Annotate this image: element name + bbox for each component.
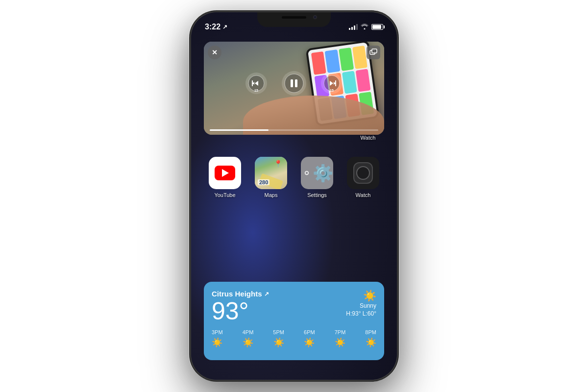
settings-icon[interactable]: ⚙️ <box>301 157 333 189</box>
hour-7pm-time: 7PM <box>335 329 346 335</box>
pip-container[interactable]: 15 <box>204 42 384 135</box>
time-display: 3:22 <box>205 23 220 31</box>
weather-left: Citrus Heights ↗ 93° <box>212 290 269 323</box>
youtube-app[interactable]: YouTube <box>204 157 246 198</box>
maps-icon[interactable]: 📍 280 <box>255 157 287 189</box>
weather-right: ☀️ Sunny H:93° L:60° <box>346 290 376 318</box>
hour-7pm-icon: ☀️ <box>335 337 345 348</box>
hour-4pm-icon: ☀️ <box>243 337 253 348</box>
rewind-button[interactable]: 15 <box>245 73 267 94</box>
maps-inner: 📍 280 <box>255 157 287 189</box>
youtube-label: YouTube <box>214 192 235 198</box>
location-arrow-icon: ↗ <box>264 291 269 297</box>
pip-progress-fill <box>210 129 269 131</box>
maps-pin-icon: 📍 <box>274 160 282 168</box>
youtube-icon[interactable] <box>209 157 241 189</box>
maps-road-label: 280 <box>258 179 270 185</box>
hour-5pm-time: 5PM <box>273 329 284 335</box>
location-arrow-icon: ↗ <box>222 24 227 30</box>
temp-range: H:93° L:60° <box>346 310 376 318</box>
settings-gear-emoji: ⚙️ <box>313 163 333 183</box>
forward-label: 15 <box>330 89 334 92</box>
pip-video: 15 <box>204 42 384 135</box>
watch-icon[interactable] <box>347 157 379 189</box>
front-camera <box>313 15 317 19</box>
weather-header: Citrus Heights ↗ 93° ☀️ Sunny H:93° L:60… <box>212 290 376 323</box>
pause-button[interactable] <box>282 71 306 96</box>
phone-frame: 3:22 ↗ <box>191 12 397 380</box>
weather-widget[interactable]: Citrus Heights ↗ 93° ☀️ Sunny H:93° L:60… <box>204 282 384 360</box>
watch-app[interactable]: Watch <box>342 157 384 198</box>
rewind-label: 15 <box>254 89 258 92</box>
watch-dial-main <box>356 166 370 180</box>
hour-4pm-time: 4PM <box>243 329 254 335</box>
hour-3pm-time: 3PM <box>212 329 223 335</box>
battery-icon <box>371 24 383 30</box>
notch <box>257 12 331 27</box>
pip-controls: 15 <box>204 42 384 125</box>
youtube-triangle <box>222 169 229 177</box>
hour-3pm-icon: ☀️ <box>212 337 222 348</box>
pip-close-button[interactable]: ✕ <box>208 46 221 59</box>
temperature-display: 93° <box>212 299 269 323</box>
youtube-play-button <box>215 166 235 180</box>
pip-progress-bar[interactable] <box>210 129 378 131</box>
hour-6pm-icon: ☀️ <box>304 337 315 348</box>
location-text: Citrus Heights <box>212 290 262 298</box>
weather-hour-7pm: 7PM ☀️ <box>335 329 346 348</box>
weather-condition-text: Sunny H:93° L:60° <box>346 302 376 318</box>
settings-gear-icon <box>301 163 313 183</box>
hour-8pm-time: 8PM <box>365 329 376 335</box>
maps-app[interactable]: 📍 280 Maps <box>250 157 292 198</box>
signal-icon <box>349 24 358 30</box>
status-icons <box>349 23 383 31</box>
svg-rect-2 <box>291 79 293 87</box>
speaker <box>282 16 306 19</box>
hour-8pm-icon: ☀️ <box>366 337 376 348</box>
weather-hourly: 3PM ☀️ 4PM ☀️ 5PM ☀️ 6PM ☀️ <box>212 329 376 348</box>
status-time: 3:22 ↗ <box>205 23 227 31</box>
weather-hour-4pm: 4PM ☀️ <box>243 329 254 348</box>
sun-icon-top: ☀️ <box>346 290 376 302</box>
watch-label-right: Watch <box>361 135 376 141</box>
svg-rect-6 <box>372 49 377 53</box>
svg-point-1 <box>285 74 303 93</box>
weather-hour-8pm: 8PM ☀️ <box>365 329 376 348</box>
watch-face-main <box>353 162 373 184</box>
battery-fill <box>372 25 381 29</box>
settings-label: Settings <box>307 192 327 198</box>
screen: 3:22 ↗ <box>191 12 397 380</box>
weather-hour-3pm: 3PM ☀️ <box>212 329 223 348</box>
pip-expand-button[interactable] <box>367 46 380 59</box>
maps-label: Maps <box>265 192 278 198</box>
forward-button[interactable]: 15 <box>321 73 343 94</box>
weather-hour-6pm: 6PM ☀️ <box>304 329 315 348</box>
hour-6pm-time: 6PM <box>304 329 315 335</box>
svg-rect-3 <box>295 79 297 87</box>
app-grid: YouTube 📍 280 Maps <box>204 157 384 198</box>
weather-hour-5pm: 5PM ☀️ <box>273 329 284 348</box>
close-icon: ✕ <box>212 49 218 56</box>
condition-label: Sunny <box>346 302 376 310</box>
hour-5pm-icon: ☀️ <box>273 337 284 348</box>
settings-app[interactable]: ⚙️ Settings <box>296 157 338 198</box>
wifi-icon <box>361 23 368 31</box>
phone-wrapper: 3:22 ↗ <box>167 12 421 380</box>
weather-location: Citrus Heights ↗ <box>212 290 269 298</box>
watch-label: Watch <box>356 192 371 198</box>
